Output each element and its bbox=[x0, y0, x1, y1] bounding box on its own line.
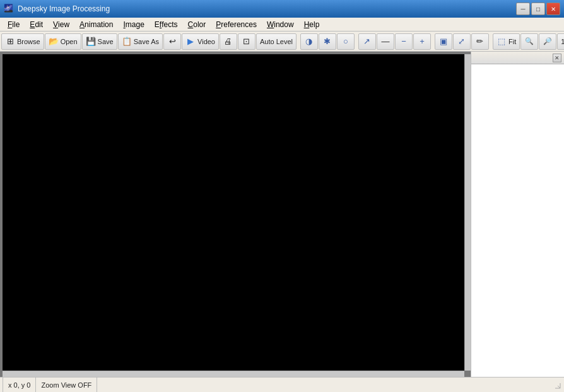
toolbar: ⊞ Browse 📂 Open 💾 Save 📋 Save As ↩ ▶ Vid… bbox=[0, 32, 564, 52]
save-icon: 💾 bbox=[86, 37, 96, 47]
settings-icon: ✱ bbox=[322, 37, 332, 47]
video-label: Video bbox=[197, 38, 215, 45]
zoom-fit-label: Fit bbox=[508, 38, 516, 45]
zoom-out-icon: − bbox=[399, 37, 409, 47]
app-title: Deepsky Image Processing bbox=[18, 4, 110, 13]
zoom-100-button[interactable]: 100 bbox=[557, 33, 564, 50]
zoom-fit-button[interactable]: ⬚ Fit bbox=[493, 33, 520, 50]
minimize-button[interactable]: ─ bbox=[516, 3, 530, 15]
menu-bar: File Edit View Animation Image Effects C… bbox=[0, 18, 564, 32]
title-bar: 🌌 Deepsky Image Processing ─ □ ✕ bbox=[0, 0, 564, 18]
canvas bbox=[3, 54, 464, 371]
save-label: Save bbox=[98, 38, 114, 45]
arrow-icon: ↗ bbox=[362, 37, 372, 47]
menu-file[interactable]: File bbox=[3, 18, 25, 31]
coordinates-display: x 0, y 0 bbox=[3, 378, 36, 392]
undo-icon: ↩ bbox=[167, 37, 177, 47]
zoom-100-label: 100 bbox=[561, 38, 564, 45]
save-as-icon: 📋 bbox=[122, 37, 132, 47]
vertical-scrollbar[interactable] bbox=[464, 54, 471, 371]
zoom-fit-icon: ⬚ bbox=[496, 37, 507, 47]
browse-icon: ⊞ bbox=[5, 37, 15, 47]
zoom-status: Zoom View OFF bbox=[36, 378, 97, 392]
side-panel: ✕ bbox=[471, 52, 564, 377]
window-controls: ─ □ ✕ bbox=[516, 3, 560, 15]
zoom-plus-icon: 🔎 bbox=[543, 37, 553, 47]
canvas-area[interactable] bbox=[0, 52, 471, 377]
status-bar: x 0, y 0 Zoom View OFF bbox=[0, 377, 564, 392]
minus-line-icon: — bbox=[380, 37, 391, 47]
pencil-button[interactable]: ✏ bbox=[471, 33, 489, 50]
menu-view[interactable]: View bbox=[48, 18, 74, 31]
sq2-icon: ⤢ bbox=[457, 37, 467, 47]
save-button[interactable]: 💾 Save bbox=[82, 33, 117, 50]
browse-button[interactable]: ⊞ Browse bbox=[1, 33, 44, 50]
maximize-button[interactable]: □ bbox=[531, 3, 545, 15]
side-panel-close-button[interactable]: ✕ bbox=[553, 54, 561, 62]
crop-button[interactable]: ⊡ bbox=[238, 33, 256, 50]
half-circle-icon: ◑ bbox=[304, 37, 314, 47]
browse-label: Browse bbox=[17, 38, 40, 45]
auto-level-label: Auto Level bbox=[260, 38, 293, 45]
zoom-in-button[interactable]: + bbox=[413, 33, 431, 50]
minus-line-button[interactable]: — bbox=[377, 33, 394, 50]
menu-preferences[interactable]: Preferences bbox=[211, 18, 262, 31]
open-icon: 📂 bbox=[49, 37, 59, 47]
open-label: Open bbox=[61, 38, 78, 45]
zoom-out-button[interactable]: − bbox=[395, 33, 413, 50]
menu-edit[interactable]: Edit bbox=[25, 18, 48, 31]
menu-image[interactable]: Image bbox=[118, 18, 149, 31]
undo-button[interactable]: ↩ bbox=[163, 33, 181, 50]
menu-window[interactable]: Window bbox=[262, 18, 299, 31]
sq1-button[interactable]: ▣ bbox=[435, 33, 452, 50]
arrow-button[interactable]: ↗ bbox=[358, 33, 376, 50]
save-as-label: Save As bbox=[134, 38, 159, 45]
print-icon: 🖨 bbox=[223, 37, 233, 47]
main-area: ✕ bbox=[0, 52, 564, 377]
circle-icon: ○ bbox=[341, 37, 351, 47]
menu-effects[interactable]: Effects bbox=[150, 18, 183, 31]
zoom-plus-button[interactable]: 🔎 bbox=[539, 33, 556, 50]
horizontal-scrollbar[interactable] bbox=[3, 371, 464, 377]
save-as-button[interactable]: 📋 Save As bbox=[118, 33, 163, 50]
resize-grip[interactable] bbox=[553, 381, 561, 389]
svg-line-1 bbox=[558, 386, 560, 388]
side-panel-header: ✕ bbox=[471, 52, 564, 64]
zoom-minus-icon: 🔍 bbox=[524, 37, 534, 47]
sq2-button[interactable]: ⤢ bbox=[453, 33, 471, 50]
settings-button[interactable]: ✱ bbox=[319, 33, 336, 50]
app-icon: 🌌 bbox=[4, 4, 14, 14]
open-button[interactable]: 📂 Open bbox=[45, 33, 81, 50]
pencil-icon: ✏ bbox=[475, 37, 485, 47]
menu-help[interactable]: Help bbox=[299, 18, 325, 31]
zoom-in-icon: + bbox=[417, 37, 427, 47]
menu-animation[interactable]: Animation bbox=[74, 18, 118, 31]
video-icon: ▶ bbox=[185, 37, 196, 47]
sq1-icon: ▣ bbox=[438, 37, 449, 47]
zoom-minus-button[interactable]: 🔍 bbox=[520, 33, 538, 50]
circle-button[interactable]: ○ bbox=[337, 33, 355, 50]
side-panel-content bbox=[471, 64, 564, 377]
close-button[interactable]: ✕ bbox=[546, 3, 560, 15]
half-circle-button[interactable]: ◑ bbox=[300, 33, 318, 50]
menu-color[interactable]: Color bbox=[183, 18, 211, 31]
video-button[interactable]: ▶ Video bbox=[182, 33, 219, 50]
print-button[interactable]: 🖨 bbox=[220, 33, 237, 50]
auto-level-button[interactable]: Auto Level bbox=[256, 33, 297, 50]
crop-icon: ⊡ bbox=[242, 37, 252, 47]
